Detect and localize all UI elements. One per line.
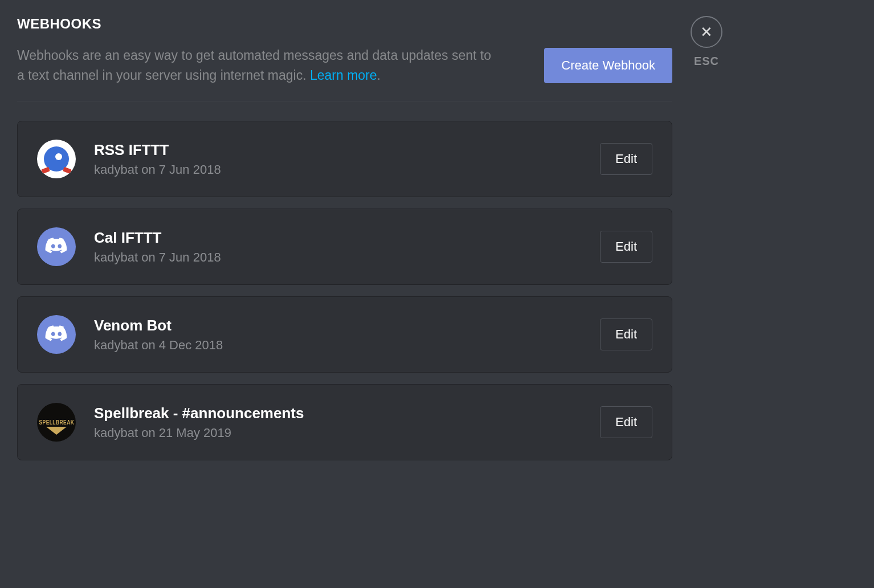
- webhook-info: Cal IFTTT kadybat on 7 Jun 2018: [94, 229, 600, 265]
- webhook-name: Cal IFTTT: [94, 229, 600, 247]
- webhook-info: RSS IFTTT kadybat on 7 Jun 2018: [94, 141, 600, 177]
- edit-webhook-button[interactable]: Edit: [600, 406, 652, 438]
- create-webhook-button[interactable]: Create Webhook: [544, 48, 672, 83]
- description-text: Webhooks are an easy way to get automate…: [17, 48, 491, 83]
- learn-more-link[interactable]: Learn more: [310, 68, 377, 83]
- edit-webhook-button[interactable]: Edit: [600, 318, 652, 350]
- webhooks-description: Webhooks are an easy way to get automate…: [17, 46, 496, 85]
- close-icon: ✕: [700, 24, 713, 39]
- webhook-avatar: [37, 227, 76, 266]
- webhook-avatar: [37, 140, 76, 178]
- webhook-avatar: SPELLBREAK: [37, 403, 76, 442]
- webhook-meta: kadybat on 4 Dec 2018: [94, 338, 600, 353]
- webhook-name: Spellbreak - #announcements: [94, 405, 600, 422]
- webhook-info: Venom Bot kadybat on 4 Dec 2018: [94, 317, 600, 353]
- webhook-card: RSS IFTTT kadybat on 7 Jun 2018 Edit: [17, 121, 672, 197]
- webhook-card: Cal IFTTT kadybat on 7 Jun 2018 Edit: [17, 209, 672, 285]
- sonic-icon: [44, 146, 69, 172]
- webhook-meta: kadybat on 7 Jun 2018: [94, 162, 600, 177]
- webhook-card: SPELLBREAK Spellbreak - #announcements k…: [17, 384, 672, 460]
- spellbreak-icon: SPELLBREAK: [39, 419, 74, 426]
- page-title: WEBHOOKS: [17, 16, 672, 32]
- close-button[interactable]: ✕: [691, 16, 722, 48]
- esc-label: ESC: [694, 55, 719, 68]
- webhook-list: RSS IFTTT kadybat on 7 Jun 2018 Edit Cal…: [17, 121, 672, 460]
- edit-webhook-button[interactable]: Edit: [600, 143, 652, 175]
- divider: [17, 101, 672, 101]
- webhook-name: RSS IFTTT: [94, 141, 600, 159]
- description-suffix: .: [377, 68, 381, 83]
- webhook-info: Spellbreak - #announcements kadybat on 2…: [94, 405, 600, 440]
- webhook-meta: kadybat on 21 May 2019: [94, 426, 600, 440]
- edit-webhook-button[interactable]: Edit: [600, 231, 652, 263]
- webhook-name: Venom Bot: [94, 317, 600, 334]
- webhook-card: Venom Bot kadybat on 4 Dec 2018 Edit: [17, 296, 672, 373]
- webhook-avatar: [37, 315, 76, 354]
- discord-logo-icon: [44, 235, 68, 259]
- webhook-meta: kadybat on 7 Jun 2018: [94, 250, 600, 265]
- discord-logo-icon: [44, 322, 68, 346]
